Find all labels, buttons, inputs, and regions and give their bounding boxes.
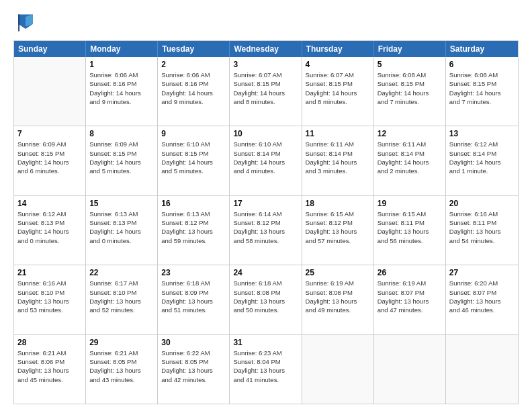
calendar-cell: 18Sunrise: 6:15 AM Sunset: 8:12 PM Dayli…	[302, 196, 374, 265]
calendar-cell: 13Sunrise: 6:12 AM Sunset: 8:14 PM Dayli…	[446, 126, 518, 195]
calendar-header-cell: Tuesday	[158, 41, 230, 57]
day-number: 11	[306, 129, 370, 138]
calendar-cell: 1Sunrise: 6:06 AM Sunset: 8:16 PM Daylig…	[86, 57, 158, 126]
day-info: Sunrise: 6:09 AM Sunset: 8:15 PM Dayligh…	[89, 140, 154, 175]
calendar-cell: 6Sunrise: 6:08 AM Sunset: 8:15 PM Daylig…	[446, 57, 518, 126]
day-info: Sunrise: 6:10 AM Sunset: 8:14 PM Dayligh…	[233, 140, 298, 175]
day-info: Sunrise: 6:20 AM Sunset: 8:07 PM Dayligh…	[449, 279, 515, 314]
calendar: SundayMondayTuesdayWednesdayThursdayFrid…	[13, 40, 519, 404]
day-info: Sunrise: 6:21 AM Sunset: 8:05 PM Dayligh…	[89, 349, 154, 384]
day-info: Sunrise: 6:16 AM Sunset: 8:11 PM Dayligh…	[449, 210, 515, 245]
calendar-cell: 27Sunrise: 6:20 AM Sunset: 8:07 PM Dayli…	[446, 265, 518, 334]
svg-rect-2	[18, 14, 19, 31]
calendar-header-cell: Sunday	[14, 41, 86, 57]
calendar-cell: 24Sunrise: 6:18 AM Sunset: 8:08 PM Dayli…	[230, 265, 302, 334]
calendar-cell: 9Sunrise: 6:10 AM Sunset: 8:15 PM Daylig…	[158, 126, 230, 195]
calendar-cell: 17Sunrise: 6:14 AM Sunset: 8:12 PM Dayli…	[230, 196, 302, 265]
day-info: Sunrise: 6:07 AM Sunset: 8:15 PM Dayligh…	[233, 71, 298, 106]
day-number: 26	[378, 268, 442, 277]
calendar-cell: 20Sunrise: 6:16 AM Sunset: 8:11 PM Dayli…	[446, 196, 518, 265]
day-number: 29	[89, 338, 154, 347]
day-number: 24	[233, 268, 298, 277]
calendar-header-cell: Wednesday	[230, 41, 302, 57]
day-info: Sunrise: 6:06 AM Sunset: 8:16 PM Dayligh…	[89, 71, 154, 106]
day-info: Sunrise: 6:17 AM Sunset: 8:10 PM Dayligh…	[89, 279, 154, 314]
calendar-cell: 26Sunrise: 6:19 AM Sunset: 8:07 PM Dayli…	[374, 265, 446, 334]
day-number: 21	[17, 268, 82, 277]
calendar-cell: 10Sunrise: 6:10 AM Sunset: 8:14 PM Dayli…	[230, 126, 302, 195]
calendar-cell: 30Sunrise: 6:22 AM Sunset: 8:05 PM Dayli…	[158, 335, 230, 404]
day-number: 7	[17, 129, 82, 138]
day-info: Sunrise: 6:13 AM Sunset: 8:12 PM Dayligh…	[161, 210, 226, 245]
logo-icon	[13, 11, 38, 35]
day-info: Sunrise: 6:22 AM Sunset: 8:05 PM Dayligh…	[161, 349, 226, 384]
day-number: 3	[233, 60, 298, 69]
calendar-cell: 8Sunrise: 6:09 AM Sunset: 8:15 PM Daylig…	[86, 126, 158, 195]
day-number: 6	[449, 60, 515, 69]
day-info: Sunrise: 6:12 AM Sunset: 8:13 PM Dayligh…	[17, 210, 82, 245]
calendar-cell: 19Sunrise: 6:15 AM Sunset: 8:11 PM Dayli…	[374, 196, 446, 265]
calendar-row: 7Sunrise: 6:09 AM Sunset: 8:15 PM Daylig…	[14, 126, 518, 195]
calendar-header-cell: Saturday	[446, 41, 518, 57]
day-info: Sunrise: 6:11 AM Sunset: 8:14 PM Dayligh…	[378, 140, 442, 175]
calendar-cell: 11Sunrise: 6:11 AM Sunset: 8:14 PM Dayli…	[302, 126, 374, 195]
day-number: 27	[449, 268, 515, 277]
day-number: 13	[449, 129, 515, 138]
day-number: 17	[233, 199, 298, 208]
day-info: Sunrise: 6:18 AM Sunset: 8:08 PM Dayligh…	[233, 279, 298, 314]
day-info: Sunrise: 6:23 AM Sunset: 8:04 PM Dayligh…	[233, 349, 298, 384]
calendar-cell	[302, 335, 374, 404]
calendar-cell	[14, 57, 86, 126]
calendar-cell: 23Sunrise: 6:18 AM Sunset: 8:09 PM Dayli…	[158, 265, 230, 334]
calendar-row: 14Sunrise: 6:12 AM Sunset: 8:13 PM Dayli…	[14, 195, 518, 265]
calendar-cell: 21Sunrise: 6:16 AM Sunset: 8:10 PM Dayli…	[14, 265, 86, 334]
calendar-cell: 14Sunrise: 6:12 AM Sunset: 8:13 PM Dayli…	[14, 196, 86, 265]
calendar-cell: 7Sunrise: 6:09 AM Sunset: 8:15 PM Daylig…	[14, 126, 86, 195]
day-number: 2	[161, 60, 226, 69]
day-info: Sunrise: 6:19 AM Sunset: 8:08 PM Dayligh…	[306, 279, 370, 314]
calendar-row: 1Sunrise: 6:06 AM Sunset: 8:16 PM Daylig…	[14, 57, 518, 126]
day-info: Sunrise: 6:19 AM Sunset: 8:07 PM Dayligh…	[378, 279, 442, 314]
day-info: Sunrise: 6:15 AM Sunset: 8:12 PM Dayligh…	[306, 210, 370, 245]
calendar-cell: 22Sunrise: 6:17 AM Sunset: 8:10 PM Dayli…	[86, 265, 158, 334]
calendar-header-cell: Thursday	[302, 41, 374, 57]
page: SundayMondayTuesdayWednesdayThursdayFrid…	[0, 0, 532, 411]
calendar-cell: 5Sunrise: 6:08 AM Sunset: 8:15 PM Daylig…	[374, 57, 446, 126]
calendar-cell: 29Sunrise: 6:21 AM Sunset: 8:05 PM Dayli…	[86, 335, 158, 404]
day-number: 15	[89, 199, 154, 208]
day-info: Sunrise: 6:06 AM Sunset: 8:16 PM Dayligh…	[161, 71, 226, 106]
day-number: 23	[161, 268, 226, 277]
day-number: 12	[378, 129, 442, 138]
day-number: 10	[233, 129, 298, 138]
day-number: 1	[89, 60, 154, 69]
day-number: 22	[89, 268, 154, 277]
calendar-header: SundayMondayTuesdayWednesdayThursdayFrid…	[14, 41, 518, 57]
day-number: 30	[161, 338, 226, 347]
day-info: Sunrise: 6:15 AM Sunset: 8:11 PM Dayligh…	[378, 210, 442, 245]
day-number: 18	[306, 199, 370, 208]
calendar-header-cell: Friday	[374, 41, 446, 57]
calendar-cell: 12Sunrise: 6:11 AM Sunset: 8:14 PM Dayli…	[374, 126, 446, 195]
day-info: Sunrise: 6:10 AM Sunset: 8:15 PM Dayligh…	[161, 140, 226, 175]
day-number: 31	[233, 338, 298, 347]
day-info: Sunrise: 6:14 AM Sunset: 8:12 PM Dayligh…	[233, 210, 298, 245]
calendar-body: 1Sunrise: 6:06 AM Sunset: 8:16 PM Daylig…	[14, 57, 518, 404]
day-info: Sunrise: 6:08 AM Sunset: 8:15 PM Dayligh…	[378, 71, 442, 106]
day-number: 14	[17, 199, 82, 208]
calendar-cell: 3Sunrise: 6:07 AM Sunset: 8:15 PM Daylig…	[230, 57, 302, 126]
calendar-cell: 2Sunrise: 6:06 AM Sunset: 8:16 PM Daylig…	[158, 57, 230, 126]
calendar-cell	[446, 335, 518, 404]
calendar-cell	[374, 335, 446, 404]
calendar-row: 21Sunrise: 6:16 AM Sunset: 8:10 PM Dayli…	[14, 265, 518, 334]
day-info: Sunrise: 6:12 AM Sunset: 8:14 PM Dayligh…	[449, 140, 515, 175]
day-number: 28	[17, 338, 82, 347]
day-number: 25	[306, 268, 370, 277]
calendar-cell: 28Sunrise: 6:21 AM Sunset: 8:06 PM Dayli…	[14, 335, 86, 404]
calendar-header-cell: Monday	[86, 41, 158, 57]
day-number: 9	[161, 129, 226, 138]
calendar-cell: 25Sunrise: 6:19 AM Sunset: 8:08 PM Dayli…	[302, 265, 374, 334]
day-number: 8	[89, 129, 154, 138]
day-info: Sunrise: 6:11 AM Sunset: 8:14 PM Dayligh…	[306, 140, 370, 175]
day-number: 19	[378, 199, 442, 208]
day-info: Sunrise: 6:16 AM Sunset: 8:10 PM Dayligh…	[17, 279, 82, 314]
